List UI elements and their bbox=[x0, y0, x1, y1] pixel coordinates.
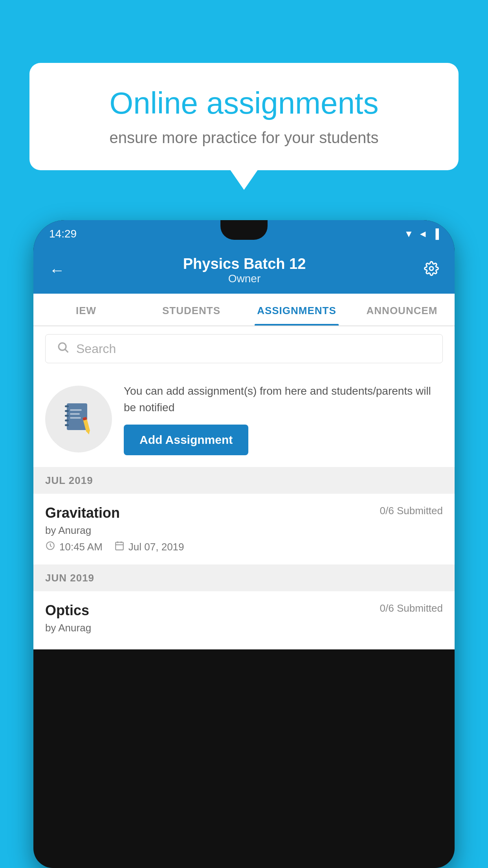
header-subtitle: Owner bbox=[183, 272, 306, 285]
content-area: Search bbox=[33, 326, 455, 649]
app-header: ← Physics Batch 12 Owner bbox=[33, 248, 455, 294]
calendar-icon bbox=[114, 541, 125, 554]
speech-bubble-title: Online assignments bbox=[57, 86, 431, 120]
header-title: Physics Batch 12 bbox=[183, 256, 306, 272]
status-icons: ▼ ◄ ▐ bbox=[404, 228, 439, 239]
month-separator-jul: JUL 2019 bbox=[33, 467, 455, 494]
svg-rect-6 bbox=[70, 417, 81, 419]
back-button[interactable]: ← bbox=[49, 261, 65, 279]
tab-iew[interactable]: IEW bbox=[33, 294, 139, 326]
svg-point-1 bbox=[59, 343, 66, 350]
svg-rect-9 bbox=[65, 415, 69, 417]
svg-rect-4 bbox=[70, 409, 82, 411]
tab-announcements[interactable]: ANNOUNCEM bbox=[349, 294, 455, 326]
search-icon bbox=[57, 341, 69, 357]
promo-icon-circle bbox=[45, 386, 112, 452]
assignment-time: 10:45 AM bbox=[45, 541, 103, 554]
assignment-header-optics: Optics 0/6 Submitted bbox=[45, 602, 443, 619]
assignment-submitted: 0/6 Submitted bbox=[380, 505, 443, 517]
svg-rect-5 bbox=[70, 413, 80, 415]
assignment-item-gravitation[interactable]: Gravitation 0/6 Submitted by Anurag 10:4… bbox=[33, 494, 455, 565]
assignment-submitted-optics: 0/6 Submitted bbox=[380, 602, 443, 614]
phone-frame: 14:29 ▼ ◄ ▐ ← Physics Batch 12 Owner bbox=[33, 220, 455, 868]
promo-content: You can add assignment(s) from here and … bbox=[124, 383, 443, 455]
svg-rect-8 bbox=[65, 410, 69, 412]
svg-rect-16 bbox=[116, 542, 123, 550]
promo-text: You can add assignment(s) from here and … bbox=[124, 383, 443, 416]
assignment-item-optics[interactable]: Optics 0/6 Submitted by Anurag bbox=[33, 591, 455, 649]
tab-students[interactable]: STUDENTS bbox=[139, 294, 244, 326]
notebook-icon bbox=[63, 401, 94, 437]
clock-icon bbox=[45, 541, 55, 554]
speech-bubble: Online assignments ensure more practice … bbox=[29, 63, 459, 170]
assignment-title: Gravitation bbox=[45, 505, 120, 521]
wifi-icon: ▼ bbox=[404, 228, 413, 239]
tab-assignments[interactable]: ASSIGNMENTS bbox=[244, 294, 349, 326]
svg-rect-3 bbox=[67, 403, 87, 430]
assignment-author: by Anurag bbox=[45, 524, 443, 537]
header-title-wrap: Physics Batch 12 Owner bbox=[183, 256, 306, 285]
add-assignment-button[interactable]: Add Assignment bbox=[124, 425, 248, 455]
status-bar: 14:29 ▼ ◄ ▐ bbox=[33, 220, 455, 248]
assignment-date: Jul 07, 2019 bbox=[114, 541, 184, 554]
assignment-date-value: Jul 07, 2019 bbox=[128, 541, 184, 553]
promo-section: You can add assignment(s) from here and … bbox=[33, 371, 455, 467]
svg-point-0 bbox=[429, 267, 433, 270]
settings-button[interactable] bbox=[424, 261, 439, 280]
assignment-time-value: 10:45 AM bbox=[59, 541, 103, 553]
assignment-meta: 10:45 AM Jul 07, 2019 bbox=[45, 541, 443, 554]
assignment-header: Gravitation 0/6 Submitted bbox=[45, 505, 443, 521]
speech-bubble-subtitle: ensure more practice for your students bbox=[57, 129, 431, 147]
signal-icon: ◄ bbox=[418, 228, 427, 239]
assignment-author-optics: by Anurag bbox=[45, 622, 443, 634]
search-bar: Search bbox=[33, 326, 455, 371]
battery-icon: ▐ bbox=[432, 228, 439, 239]
svg-rect-10 bbox=[65, 419, 69, 421]
assignment-title-optics: Optics bbox=[45, 602, 89, 619]
tabs-bar: IEW STUDENTS ASSIGNMENTS ANNOUNCEM bbox=[33, 294, 455, 326]
search-input-wrap[interactable]: Search bbox=[45, 334, 443, 363]
svg-line-2 bbox=[65, 349, 68, 352]
search-placeholder: Search bbox=[76, 342, 116, 356]
month-separator-jun: JUN 2019 bbox=[33, 565, 455, 591]
phone-inner: 14:29 ▼ ◄ ▐ ← Physics Batch 12 Owner bbox=[33, 220, 455, 868]
svg-rect-11 bbox=[65, 424, 69, 426]
status-time: 14:29 bbox=[49, 228, 77, 240]
svg-rect-7 bbox=[65, 405, 69, 407]
